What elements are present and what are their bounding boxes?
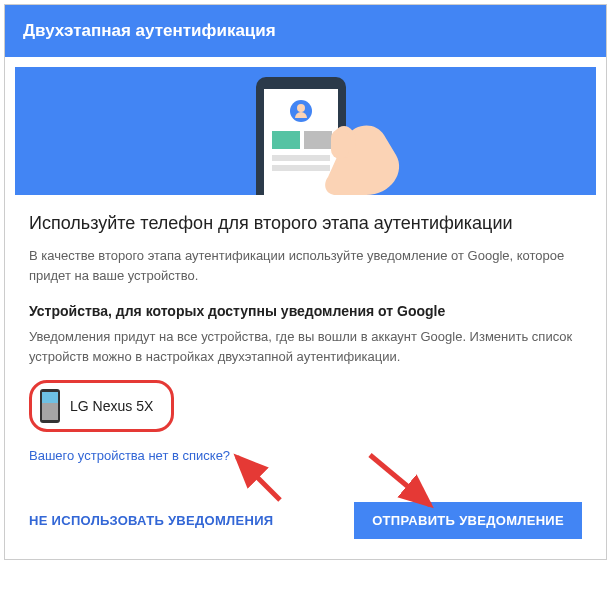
device-item[interactable]: LG Nexus 5X [29,380,174,432]
phone-icon [40,389,60,423]
svg-rect-7 [272,165,330,171]
device-name: LG Nexus 5X [70,398,153,414]
svg-rect-6 [272,155,330,161]
svg-rect-9 [331,129,349,159]
devices-description: Уведомления придут на все устройства, гд… [29,327,582,366]
svg-rect-4 [272,131,300,149]
device-missing-link[interactable]: Вашего устройства нет в списке? [29,448,230,463]
action-row: НЕ ИСПОЛЬЗОВАТЬ УВЕДОМЛЕНИЯ ОТПРАВИТЬ УВ… [29,502,582,539]
card-header: Двухэтапная аутентификация [5,5,606,57]
svg-point-3 [297,104,305,112]
send-notification-button[interactable]: ОТПРАВИТЬ УВЕДОМЛЕНИЕ [354,502,582,539]
phone-hand-icon [196,67,416,195]
header-title: Двухэтапная аутентификация [23,21,276,40]
content-description: В качестве второго этапа аутентификации … [29,246,582,285]
two-step-card: Двухэтапная аутентификация Используйте т… [4,4,607,560]
dont-use-button[interactable]: НЕ ИСПОЛЬЗОВАТЬ УВЕДОМЛЕНИЯ [29,513,273,528]
hero-illustration [15,67,596,195]
content-title: Используйте телефон для второго этапа ау… [29,213,582,234]
devices-heading: Устройства, для которых доступны уведомл… [29,303,582,319]
svg-rect-5 [304,131,332,149]
card-content: Используйте телефон для второго этапа ау… [5,195,606,559]
